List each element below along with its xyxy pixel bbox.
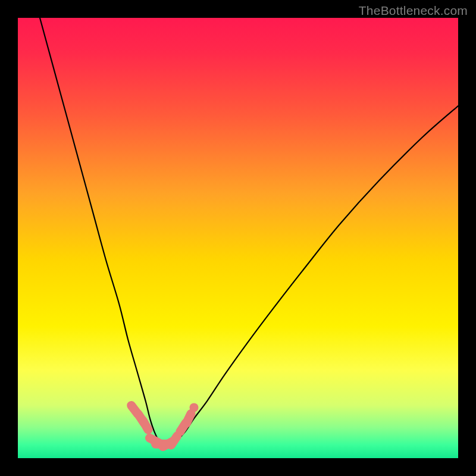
- bottleneck-curve: [18, 18, 458, 458]
- curve-marker: [186, 414, 191, 423]
- watermark-text: TheBottleneck.com: [359, 4, 468, 18]
- curve-marker: [171, 436, 177, 445]
- chart-frame: TheBottleneck.com: [0, 0, 476, 476]
- curve-marker: [143, 421, 148, 430]
- plot-area: [18, 18, 458, 458]
